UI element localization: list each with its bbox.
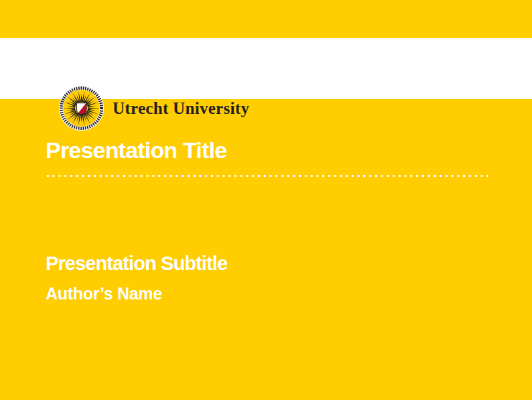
university-wordmark: Utrecht University [113,98,249,119]
logo-band: Utrecht University [0,38,532,99]
utrecht-university-seal-icon [59,86,104,131]
dotted-separator [45,174,488,178]
presentation-title: Presentation Title [46,136,226,164]
title-slide: Utrecht University Presentation Title Pr… [0,0,532,400]
author-name: Author’s Name [46,283,162,304]
presentation-subtitle: Presentation Subtitle [46,251,227,275]
